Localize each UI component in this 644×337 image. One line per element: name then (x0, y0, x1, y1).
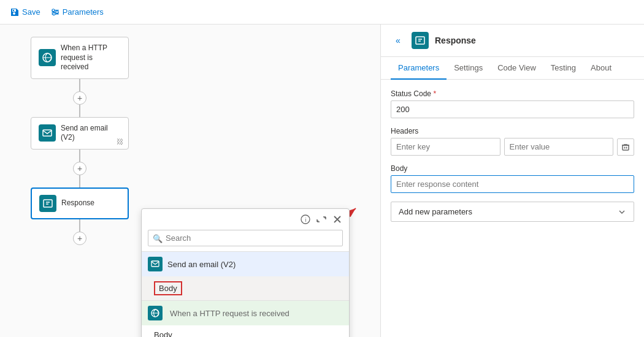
status-code-label: Status Code * (391, 89, 634, 98)
main-area: When a HTTP request is received + Send a… (0, 25, 644, 337)
headers-group: Headers (391, 127, 634, 156)
link-icon: ⛓ (117, 138, 123, 145)
svg-text:i: i (305, 217, 307, 223)
tab-parameters[interactable]: Parameters (391, 57, 447, 80)
search-icon: 🔍 (153, 233, 163, 243)
body-label: Body (391, 164, 634, 173)
line-2b (79, 175, 80, 187)
tab-about[interactable]: About (583, 57, 619, 80)
section-email-header[interactable]: Send an email (V2) (142, 252, 349, 276)
expand-icon[interactable] (316, 214, 327, 225)
connector-2: + (73, 150, 86, 187)
line-1 (79, 79, 80, 91)
node2-label: Send an email (V2) (61, 124, 121, 143)
connector-3: + (73, 219, 86, 245)
add-params-button[interactable]: Add new parameters (391, 202, 634, 222)
search-container: 🔍 (148, 230, 343, 246)
body-tag-1: Body (154, 281, 182, 295)
svg-rect-15 (416, 37, 424, 44)
node-send-email[interactable]: Send an email (V2) ⛓ (31, 117, 129, 150)
save-button[interactable]: Save (10, 7, 40, 17)
line-2 (79, 150, 80, 162)
line-3 (79, 219, 80, 232)
delete-header-button[interactable] (617, 138, 634, 156)
dropdown-popup: i 🔍 Send an email (141, 208, 350, 337)
add-params-group: Add new parameters (391, 202, 634, 222)
section-http-icon (148, 306, 163, 320)
dropdown-item-body-2[interactable]: Body (142, 325, 349, 337)
node1-label: When a HTTP request is received (61, 44, 121, 72)
info-icon[interactable]: i (300, 214, 311, 225)
headers-key-input[interactable] (391, 138, 500, 156)
search-input[interactable] (148, 230, 343, 246)
panel-tabs: Parameters Settings Code View Testing Ab… (381, 57, 644, 80)
email-icon (39, 124, 56, 142)
tab-code-view[interactable]: Code View (490, 57, 543, 80)
status-code-group: Status Code * (391, 89, 634, 118)
flow-container: When a HTTP request is received + Send a… (18, 37, 141, 245)
headers-label: Headers (391, 127, 634, 135)
svg-point-3 (52, 9, 55, 11)
body-input[interactable] (391, 175, 634, 193)
close-icon[interactable] (332, 214, 343, 225)
dropdown-section-email: Send an email (V2) Body (142, 251, 349, 300)
panel-title: Response (435, 36, 476, 45)
connector-1: + (73, 79, 86, 117)
node3-label: Response (61, 199, 94, 208)
svg-rect-11 (151, 261, 159, 267)
headers-value-input[interactable] (504, 138, 614, 156)
node-response[interactable]: Response (31, 187, 129, 219)
svg-rect-7 (43, 130, 52, 136)
svg-rect-16 (623, 145, 629, 150)
add-step-1[interactable]: + (73, 91, 86, 105)
flow-canvas: When a HTTP request is received + Send a… (0, 25, 380, 337)
section-http-label: When a HTTP request is received (170, 309, 289, 318)
tab-settings[interactable]: Settings (447, 57, 490, 80)
panel-response-icon (412, 32, 429, 49)
svg-point-4 (56, 10, 58, 13)
tab-testing[interactable]: Testing (543, 57, 583, 80)
panel-content: Status Code * Headers Body (381, 80, 644, 337)
dropdown-header: i (142, 209, 349, 230)
dropdown-item-body-1[interactable]: Body (142, 276, 349, 300)
section-email-label: Send an email (V2) (167, 260, 236, 269)
section-email-icon (148, 257, 163, 271)
parameters-button[interactable]: Parameters (50, 7, 104, 17)
add-step-2[interactable]: + (73, 162, 86, 175)
required-marker: * (433, 89, 436, 98)
toolbar: Save Parameters (0, 0, 644, 25)
svg-rect-8 (44, 200, 52, 207)
dropdown-section-http: When a HTTP request is received Body (142, 300, 349, 337)
body-tag-2: Body (154, 330, 172, 337)
panel-expand-button[interactable]: « (391, 33, 405, 48)
right-panel: « Response Parameters Settings Code View… (380, 25, 644, 337)
svg-point-5 (53, 12, 55, 15)
body-group: Body (391, 164, 634, 193)
panel-header: « Response (381, 25, 644, 57)
section-http-header[interactable]: When a HTTP request is received (142, 301, 349, 325)
headers-row (391, 138, 634, 156)
node-http-request[interactable]: When a HTTP request is received (31, 37, 129, 79)
response-icon (39, 195, 56, 212)
http-icon (39, 49, 56, 66)
line-1b (79, 105, 80, 117)
add-step-3[interactable]: + (73, 232, 86, 245)
status-code-input[interactable] (391, 100, 634, 118)
